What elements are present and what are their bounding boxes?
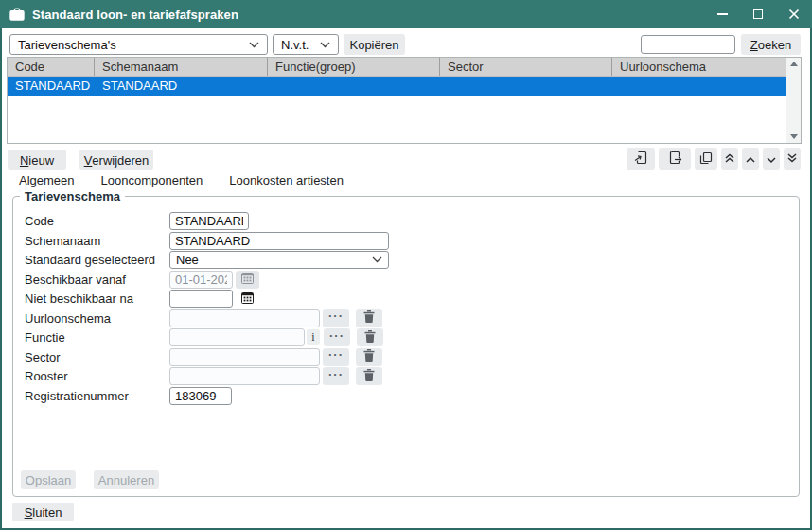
trash-icon [364,330,376,345]
beschikbaar-vanaf-field [169,271,233,289]
new-button[interactable]: Nieuw [8,150,66,170]
toolbar: Tarievenschema's N.v.t. Kopiëren Zoeken [0,34,812,55]
double-chevron-up-icon [724,152,735,167]
form-row-standaard-geselecteerd: Standaard geselecteerd Nee [25,251,799,269]
column-header-functiegroep[interactable]: Functie(groep) [268,58,440,76]
tarievenschema-panel: Tarievenschema Code Schemanaam Standaard… [12,189,800,497]
table-row[interactable]: STANDAARD STANDAARD [8,77,786,96]
tab-bar: Algemeen Looncomponenten Loonkosten arti… [19,173,344,187]
beschikbaar-vanaf-calendar-button [236,271,259,289]
sector-clear-button[interactable] [356,348,382,366]
uurloonschema-field [169,309,320,327]
search-input[interactable] [641,35,735,54]
form-row-beschikbaar-vanaf: Beschikbaar vanaf [25,271,799,289]
schemanaam-field[interactable] [169,232,389,250]
standaard-geselecteerd-label: Standaard geselecteerd [25,253,169,267]
record-actions: Nieuw Verwijderen [8,150,801,172]
scroll-down-icon[interactable] [790,134,798,139]
chevron-down-icon [320,42,330,48]
registratienummer-label: Registratienummer [25,389,169,403]
functie-clear-button[interactable] [357,328,383,346]
filter-value: N.v.t. [281,38,309,52]
cell-functiegroep [268,77,440,96]
double-chevron-down-icon [786,152,798,167]
duplicate-button[interactable] [695,148,717,170]
copy-button[interactable]: Kopiëren [344,34,405,55]
code-label: Code [25,214,169,228]
move-bottom-button[interactable] [784,148,801,170]
vertical-scrollbar[interactable] [786,58,801,143]
panel-legend: Tarievenschema [20,189,125,203]
form-row-sector: Sector ··· [25,348,799,366]
import-button[interactable] [627,148,655,170]
export-button[interactable] [659,148,691,170]
column-header-schemanaam[interactable]: Schemanaam [95,58,268,76]
minimize-button[interactable] [715,8,729,21]
info-icon: i [311,330,314,344]
niet-beschikbaar-na-calendar-button[interactable] [236,290,259,308]
standaard-geselecteerd-dropdown[interactable]: Nee [169,251,389,269]
copy-icon [699,151,713,168]
niet-beschikbaar-na-field[interactable] [169,290,233,308]
ellipsis-icon: ··· [328,370,344,383]
sector-field [169,348,320,366]
chevron-up-icon [745,152,756,167]
rooster-clear-button[interactable] [356,367,382,385]
chevron-down-icon [249,42,259,48]
trash-icon [363,349,375,364]
schemanaam-label: Schemanaam [25,234,169,248]
chevron-down-icon [372,256,382,263]
tab-algemeen[interactable]: Algemeen [19,173,75,187]
form-row-functie: Functie i ··· [25,328,799,346]
scroll-up-icon[interactable] [790,62,798,66]
functie-field [169,328,305,346]
window-title: Standaard loon- en tariefafspraken [32,8,238,22]
ellipsis-icon: ··· [328,311,344,325]
column-header-sector[interactable]: Sector [440,58,612,76]
sector-lookup-button[interactable]: ··· [323,348,349,366]
close-button[interactable]: Sluiten [12,503,74,521]
code-field[interactable] [169,212,249,230]
close-icon[interactable] [787,8,801,21]
move-up-button[interactable] [742,148,759,170]
beschikbaar-vanaf-label: Beschikbaar vanaf [25,273,169,287]
briefcase-icon [9,8,25,21]
cell-code: STANDAARD [8,77,95,96]
form-row-code: Code [25,212,799,230]
rooster-label: Rooster [25,369,169,383]
form-row-rooster: Rooster ··· [25,367,799,385]
move-down-button[interactable] [763,148,780,170]
uurloonschema-clear-button[interactable] [356,309,382,327]
calendar-icon [241,272,254,287]
move-top-button[interactable] [721,148,738,170]
column-header-uurloonschema[interactable]: Uurloonschema [612,58,786,76]
functie-info-button[interactable]: i [307,329,320,345]
sector-label: Sector [25,350,169,364]
tab-looncomponenten[interactable]: Looncomponenten [101,173,203,187]
standaard-geselecteerd-value: Nee [176,253,199,267]
search-button[interactable]: Zoeken [741,34,801,55]
registratienummer-field[interactable] [169,387,232,405]
delete-button[interactable]: Verwijderen [79,150,153,170]
cell-schemanaam: STANDAARD [95,77,268,96]
titlebar: Standaard loon- en tariefafspraken [0,0,812,28]
column-header-code[interactable]: Code [8,58,95,76]
cancel-button[interactable]: Annuleren [94,470,159,489]
dialog-window: Standaard loon- en tariefafspraken Tarie… [0,0,812,530]
schema-type-dropdown[interactable]: Tarievenschema's [9,34,268,55]
uurloonschema-label: Uurloonschema [25,311,169,326]
form-row-schemanaam: Schemanaam [25,232,799,250]
functie-label: Functie [25,330,169,344]
ellipsis-icon: ··· [328,350,344,363]
uurloonschema-lookup-button[interactable]: ··· [323,309,349,327]
filter-dropdown[interactable]: N.v.t. [273,34,339,55]
maximize-button[interactable] [751,8,765,21]
functie-lookup-button[interactable]: ··· [324,328,350,346]
tab-loonkosten-artiesten[interactable]: Loonkosten artiesten [229,173,344,187]
save-button[interactable]: Opslaan [21,470,76,489]
trash-icon [363,310,375,326]
ellipsis-icon: ··· [329,331,344,344]
trash-icon [363,369,375,384]
chevron-down-icon [766,152,777,167]
rooster-lookup-button[interactable]: ··· [323,367,349,385]
